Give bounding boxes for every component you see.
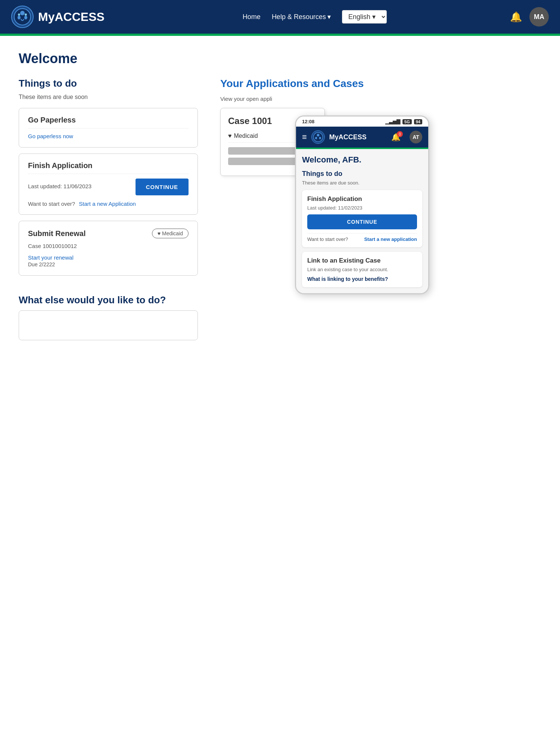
signal-type: 5G [402, 119, 412, 124]
phone-things-to-do-title: Things to do [302, 170, 422, 178]
finish-app-last-updated: Last updated: 11/06/2023 [28, 183, 136, 189]
phone-link-case-subtitle: Link an existing case to your account. [307, 267, 417, 272]
phone-finish-app-title: Finish Application [307, 195, 417, 203]
medicaid-badge: ♥ Medicaid [152, 229, 189, 238]
want-start-over-text: Want to start over? [28, 201, 75, 207]
logo-icon [11, 6, 34, 28]
svg-point-7 [317, 134, 319, 136]
phone-app-header: ≡ MyACCESS 🔔 0 [296, 127, 428, 148]
header-actions: 🔔 MA [510, 7, 549, 27]
phone-body: Welcome, AFB. Things to do These items a… [296, 149, 428, 293]
phone-status-icons: ▁▃▅▇ 5G 94 [385, 119, 422, 124]
desktop-medicaid-label: ♥ Medicaid [228, 133, 258, 139]
start-renewal-link[interactable]: Start your renewal [28, 254, 74, 261]
svg-point-9 [319, 137, 321, 139]
phone-logo-icon [311, 130, 325, 144]
finish-app-row: Last updated: 11/06/2023 CONTINUE [28, 179, 189, 195]
signal-bars-icon: ▁▃▅▇ [385, 119, 400, 124]
mockup-container: Case 1001 ♥ Medicaid ❯ 12:08 [220, 108, 504, 399]
finish-app-info: Last updated: 11/06/2023 [28, 183, 136, 191]
renewal-footer: Start your renewal Due 2/2222 [28, 254, 189, 268]
phone-user-avatar[interactable]: AT [410, 131, 422, 143]
phone-link-benefits-link[interactable]: What is linking to your benefits? [307, 276, 417, 282]
submit-renewal-title: Submit Renewal [28, 229, 85, 238]
home-link[interactable]: Home [243, 13, 261, 21]
renewal-header-row: Submit Renewal ♥ Medicaid [28, 229, 189, 238]
finish-app-footer: Want to start over? Start a new Applicat… [28, 201, 189, 207]
submit-renewal-card: Submit Renewal ♥ Medicaid Case 100100100… [19, 221, 198, 276]
view-open-link: View your open appli [220, 96, 504, 102]
phone-card-footer: Want to start over? Start a new applicat… [307, 233, 417, 242]
phone-things-to-do-sub: These items are due soon. [302, 180, 422, 186]
svg-point-4 [18, 13, 20, 16]
start-new-app-link[interactable]: Start a new Application [79, 201, 136, 207]
phone-welcome-text: Welcome, AFB. [302, 155, 422, 165]
content-layout: Things to do These items are due soon Go… [19, 78, 504, 399]
notification-bell-icon[interactable]: 🔔 [510, 11, 522, 23]
language-select[interactable]: English ▾ Español [342, 10, 387, 24]
phone-time: 12:08 [302, 119, 314, 124]
logo-container: MyACCESS [11, 6, 105, 28]
continue-button[interactable]: CONTINUE [136, 179, 189, 195]
things-to-do-subtitle: These items are due soon [19, 94, 198, 100]
medicaid-badge-label: Medicaid [162, 230, 183, 236]
phone-mockup: 12:08 ▁▃▅▇ 5G 94 ≡ [295, 115, 429, 294]
user-avatar[interactable]: MA [529, 7, 549, 27]
phone-link-case-title: Link to an Existing Case [307, 257, 417, 264]
what-else-card [19, 310, 198, 340]
phone-link-case-card: Link to an Existing Case Link an existin… [302, 252, 422, 287]
finish-app-title: Finish Application [28, 161, 189, 174]
svg-point-8 [315, 137, 317, 139]
apps-section-title: Your Applications and Cases [220, 78, 504, 90]
phone-start-new-app-link[interactable]: Start a new application [364, 236, 417, 242]
phone-finish-app-card: Finish Application Last updated: 11/02/2… [302, 190, 422, 247]
go-paperless-link[interactable]: Go paperless now [28, 133, 73, 139]
phone-bell-container[interactable]: 🔔 0 [391, 133, 401, 142]
what-else-title: What else would you like to do? [19, 294, 198, 306]
svg-point-5 [25, 13, 27, 16]
phone-status-bar: 12:08 ▁▃▅▇ 5G 94 [296, 117, 428, 127]
app-header: MyACCESS Home Help & Resources ▾ English… [0, 0, 560, 34]
go-paperless-card: Go Paperless Go paperless now [19, 108, 198, 148]
phone-bell-badge: 0 [397, 131, 403, 137]
right-column: Your Applications and Cases View your op… [220, 78, 504, 399]
phone-finish-app-updated: Last updated: 11/02/2023 [307, 205, 417, 211]
left-column: Things to do These items are due soon Go… [19, 78, 198, 399]
phone-app-name: MyACCESS [329, 133, 387, 141]
app-title: MyACCESS [38, 10, 105, 24]
what-else-section: What else would you like to do? [19, 294, 198, 340]
redacted-bar-2 [228, 158, 299, 165]
battery-level: 94 [414, 119, 422, 124]
due-date: Due 2/2222 [28, 261, 55, 267]
page-title: Welcome [19, 51, 504, 66]
finish-application-card: Finish Application Last updated: 11/06/2… [19, 154, 198, 215]
case-number: Case 10010010012 [28, 243, 189, 249]
go-paperless-title: Go Paperless [28, 116, 189, 128]
desktop-medicaid-text: Medicaid [234, 133, 258, 139]
help-dropdown[interactable]: Help & Resources ▾ [272, 13, 331, 21]
things-to-do-title: Things to do [19, 78, 198, 89]
hamburger-menu-icon[interactable]: ≡ [302, 132, 307, 142]
main-nav: Home Help & Resources ▾ English ▾ Españo… [119, 10, 510, 24]
svg-point-3 [24, 16, 27, 19]
svg-point-1 [20, 11, 25, 15]
phone-want-start-text: Want to start over? [307, 236, 348, 242]
svg-point-2 [18, 16, 21, 19]
main-content: Welcome Things to do These items are due… [0, 36, 523, 414]
phone-continue-button[interactable]: CONTINUE [307, 214, 417, 229]
